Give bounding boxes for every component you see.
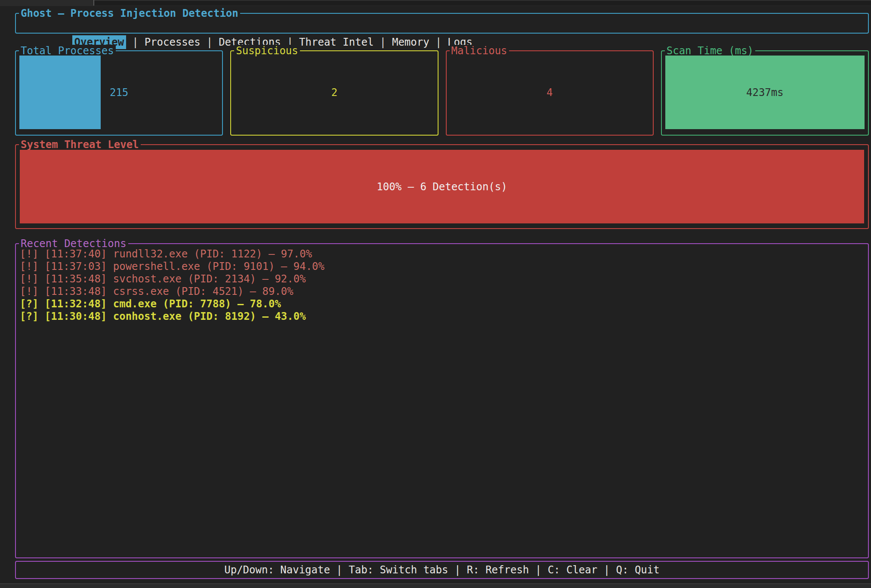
detection-row[interactable]: [?] [11:32:48] cmd.exe (PID: 7788) — 78.… bbox=[20, 298, 864, 310]
threat-level-panel: System Threat Level 100% — 6 Detection(s… bbox=[15, 144, 869, 229]
tab-separator: | bbox=[436, 36, 442, 48]
total-processes-gauge: 215 bbox=[19, 56, 219, 129]
threat-level-gauge: 100% — 6 Detection(s) bbox=[20, 150, 864, 223]
tab-separator: | bbox=[132, 36, 138, 48]
stat-card-malicious: Malicious 4 bbox=[446, 50, 654, 136]
stat-card-suspicious: Suspicious 2 bbox=[230, 50, 438, 136]
tab-threat-intel[interactable]: Threat Intel bbox=[299, 36, 374, 48]
window-top-edge bbox=[0, 0, 871, 6]
threat-level-value: 100% — 6 Detection(s) bbox=[20, 150, 864, 223]
window-bottom-edge bbox=[0, 583, 871, 588]
tab-separator: | bbox=[207, 36, 213, 48]
stat-card-total-processes: Total Processes 215 bbox=[15, 50, 223, 136]
tab-bar-panel: Ghost — Process Injection Detection Over… bbox=[15, 13, 869, 34]
app-content: Ghost — Process Injection Detection Over… bbox=[15, 13, 869, 579]
detection-row[interactable]: [!] [11:37:40] rundll32.exe (PID: 1122) … bbox=[20, 248, 864, 260]
tab-separator: | bbox=[380, 36, 386, 48]
suspicious-value: 2 bbox=[235, 56, 434, 129]
malicious-value: 4 bbox=[450, 56, 649, 129]
suspicious-gauge: 2 bbox=[235, 56, 434, 129]
recent-detections-panel: Recent Detections [!] [11:37:40] rundll3… bbox=[15, 243, 869, 558]
terminal-screen: Ghost — Process Injection Detection Over… bbox=[0, 0, 871, 588]
scan-time-value: 4237ms bbox=[665, 56, 865, 129]
footer-shortcuts: Up/Down: Navigate | Tab: Switch tabs | R… bbox=[16, 562, 868, 578]
window-tab-segment bbox=[0, 0, 93, 6]
stat-title-suspicious: Suspicious bbox=[234, 45, 300, 57]
recent-detections-title: Recent Detections bbox=[19, 238, 128, 250]
app-title: Ghost — Process Injection Detection bbox=[19, 7, 240, 19]
stat-title-scan-time: Scan Time (ms) bbox=[665, 45, 755, 57]
footer-help-bar: Up/Down: Navigate | Tab: Switch tabs | R… bbox=[15, 561, 869, 579]
stat-card-scan-time: Scan Time (ms) 4237ms bbox=[661, 50, 869, 136]
tab-memory[interactable]: Memory bbox=[392, 36, 429, 48]
detection-row[interactable]: [!] [11:35:48] svchost.exe (PID: 2134) —… bbox=[20, 273, 864, 285]
tab-processes[interactable]: Processes bbox=[145, 36, 201, 48]
threat-level-title: System Threat Level bbox=[19, 139, 141, 151]
stat-title-total-processes: Total Processes bbox=[19, 45, 116, 57]
total-processes-value: 215 bbox=[19, 56, 219, 129]
scan-time-gauge: 4237ms bbox=[665, 56, 865, 129]
malicious-gauge: 4 bbox=[450, 56, 649, 129]
stat-title-malicious: Malicious bbox=[450, 45, 509, 57]
detection-row[interactable]: [!] [11:37:03] powershell.exe (PID: 9101… bbox=[20, 260, 864, 273]
detection-list: [!] [11:37:40] rundll32.exe (PID: 1122) … bbox=[16, 244, 868, 323]
detection-row[interactable]: [!] [11:33:48] csrss.exe (PID: 4521) — 8… bbox=[20, 285, 864, 298]
window-edge-highlight bbox=[94, 0, 871, 1]
detection-row[interactable]: [?] [11:30:48] conhost.exe (PID: 8192) —… bbox=[20, 310, 864, 323]
